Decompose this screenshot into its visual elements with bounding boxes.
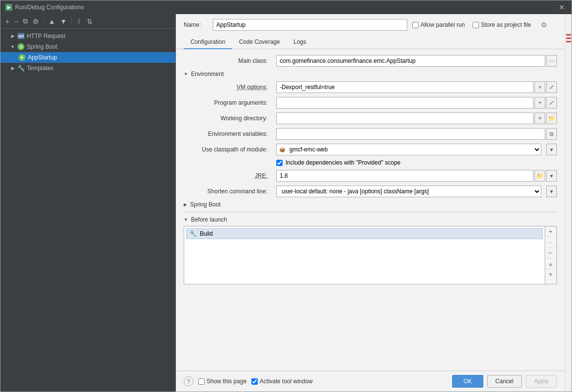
- vm-options-add-button[interactable]: +: [534, 81, 545, 93]
- show-page-label[interactable]: Show this page: [198, 378, 247, 385]
- main-class-row: Main class: ···: [184, 55, 557, 67]
- vm-options-input[interactable]: [276, 81, 534, 93]
- shorten-cmd-label: Shorten command line:: [184, 188, 271, 195]
- include-deps-checkbox[interactable]: [276, 160, 283, 166]
- shorten-cmd-select-wrapper: user-local default: none - java [options…: [276, 186, 541, 197]
- name-input[interactable]: [213, 19, 407, 31]
- bottom-bar: ? Show this page Activate tool window OK…: [176, 371, 565, 392]
- checkboxes-row: Allow parallel run Store as project file…: [412, 21, 557, 29]
- allow-parallel-checkbox[interactable]: [412, 22, 419, 28]
- module-select[interactable]: gmcf-emc-web: [276, 144, 541, 155]
- main-class-input-wrapper: ···: [276, 55, 557, 67]
- copy-config-button[interactable]: ⧉: [21, 16, 30, 26]
- tab-code-coverage[interactable]: Code Coverage: [232, 36, 286, 49]
- before-launch-arrow: ▼: [184, 217, 188, 222]
- jre-folder-button[interactable]: 📁: [534, 170, 545, 182]
- tree-item-spring-boot[interactable]: ▼ ⚙ Spring Boot: [0, 41, 175, 52]
- config-tree: ▶ API HTTP Request ▼ ⚙ Spring Boot: [0, 29, 175, 392]
- working-dir-input-wrapper: + 📁: [276, 112, 557, 124]
- strip-item-1: [566, 34, 571, 36]
- spring-boot-icon: ⚙: [17, 43, 25, 51]
- store-as-project-label[interactable]: Store as project file: [473, 21, 531, 28]
- before-launch-section: ▼ Before launch 🔧 Build + −: [184, 212, 557, 284]
- classpath-row: Use classpath of module: 📦 gmcf-emc-web …: [184, 144, 557, 155]
- program-args-input-wrapper: + ⤢: [276, 97, 557, 109]
- vm-options-row: VM options: + ⤢: [184, 81, 557, 93]
- env-vars-input[interactable]: [276, 128, 545, 140]
- build-item-icon: 🔧: [190, 230, 197, 237]
- move-up-button[interactable]: ▲: [46, 17, 57, 26]
- http-request-label: HTTP Request: [27, 33, 65, 39]
- shorten-cmd-select[interactable]: user-local default: none - java [options…: [276, 186, 541, 197]
- jre-input[interactable]: [276, 170, 534, 182]
- tab-configuration[interactable]: Configuration: [184, 36, 232, 49]
- add-config-button[interactable]: +: [3, 17, 11, 26]
- tree-item-templates[interactable]: ▶ 🔧 Templates: [0, 63, 175, 74]
- module-select-wrapper: 📦 gmcf-emc-web: [276, 144, 541, 155]
- sort-button[interactable]: ⇅: [85, 17, 95, 26]
- activate-tool-checkbox[interactable]: [251, 378, 258, 385]
- program-args-label: Program arguments:: [184, 99, 271, 106]
- tab-logs[interactable]: Logs: [286, 36, 313, 49]
- spring-boot-label: Spring Boot: [27, 43, 57, 50]
- close-button[interactable]: ✕: [557, 3, 567, 11]
- remove-config-button[interactable]: −: [12, 17, 20, 26]
- ok-button[interactable]: OK: [452, 375, 483, 388]
- templates-icon: 🔧: [17, 64, 25, 72]
- spring-boot-section-arrow: ▶: [184, 202, 187, 207]
- move-down-button[interactable]: ▼: [58, 17, 69, 26]
- working-dir-input[interactable]: [276, 112, 534, 124]
- environment-label: Environment: [191, 71, 224, 77]
- before-launch-remove-button[interactable]: −: [545, 237, 556, 248]
- before-launch-header[interactable]: ▼ Before launch: [184, 216, 557, 223]
- main-class-input[interactable]: [276, 55, 545, 67]
- classpath-label: Use classpath of module:: [184, 146, 271, 153]
- allow-parallel-label[interactable]: Allow parallel run: [412, 21, 465, 28]
- cancel-button[interactable]: Cancel: [487, 375, 522, 388]
- before-launch-build-item[interactable]: 🔧 Build: [186, 228, 543, 239]
- before-launch-add-button[interactable]: +: [545, 226, 556, 237]
- before-launch-list: 🔧 Build + − ✏ ▲ ▼: [184, 226, 557, 284]
- shorten-cmd-row: Shorten command line: user-local default…: [184, 186, 557, 197]
- http-request-arrow: ▶: [10, 34, 15, 38]
- working-dir-add-button[interactable]: +: [534, 112, 545, 124]
- store-gear-button[interactable]: ⚙: [539, 21, 549, 29]
- name-field-label: Name:: [184, 21, 208, 28]
- jre-dropdown-button[interactable]: ▼: [546, 170, 557, 182]
- vm-options-label: VM options:: [184, 84, 271, 91]
- environment-section-header[interactable]: ▼ Environment: [184, 71, 557, 77]
- help-button[interactable]: ?: [184, 376, 193, 386]
- spring-boot-section-header[interactable]: ▶ Spring Boot: [184, 201, 557, 208]
- before-launch-edit-button[interactable]: ✏: [545, 248, 556, 259]
- left-panel: + − ⧉ ⚙ ▲ ▼ ⬆ ⇅ ▶ API HTTP Reque: [0, 14, 176, 392]
- vm-options-input-wrapper: + ⤢: [276, 81, 557, 93]
- tree-item-http-request[interactable]: ▶ API HTTP Request: [0, 31, 175, 41]
- main-class-dots-button[interactable]: ···: [546, 55, 557, 67]
- tree-item-appstartup[interactable]: ▶ AppStartup: [0, 52, 175, 63]
- activate-tool-label[interactable]: Activate tool window: [251, 378, 313, 385]
- program-args-add-button[interactable]: +: [534, 97, 545, 109]
- share-button[interactable]: ⬆: [74, 17, 84, 26]
- working-dir-folder-button[interactable]: 📁: [546, 112, 557, 124]
- toolbar-separator: [43, 18, 44, 25]
- program-args-expand-button[interactable]: ⤢: [546, 97, 557, 109]
- include-deps-row: Include dependencies with "Provided" sco…: [276, 159, 557, 166]
- before-launch-up-button[interactable]: ▲: [545, 259, 556, 269]
- jre-row: JRE: 📁 ▼: [184, 170, 557, 182]
- apply-button[interactable]: Apply: [526, 375, 557, 388]
- module-dropdown-button[interactable]: ▼: [546, 144, 557, 155]
- module-icon: 📦: [279, 147, 285, 152]
- settings-config-button[interactable]: ⚙: [31, 17, 41, 26]
- before-launch-down-button[interactable]: ▼: [545, 269, 556, 280]
- vm-options-expand-button[interactable]: ⤢: [546, 81, 557, 93]
- jre-input-wrapper: 📁 ▼: [276, 170, 557, 182]
- shorten-cmd-dropdown-button[interactable]: ▼: [546, 186, 557, 197]
- show-page-checkbox[interactable]: [198, 378, 205, 385]
- config-toolbar: + − ⧉ ⚙ ▲ ▼ ⬆ ⇅: [0, 14, 175, 29]
- before-launch-label: Before launch: [191, 216, 227, 223]
- store-as-project-checkbox[interactable]: [473, 22, 479, 28]
- env-vars-copy-button[interactable]: ⧉: [546, 128, 557, 140]
- right-edge-strip: [565, 14, 572, 392]
- include-deps-label: Include dependencies with "Provided" sco…: [286, 159, 400, 166]
- program-args-input[interactable]: [276, 97, 534, 109]
